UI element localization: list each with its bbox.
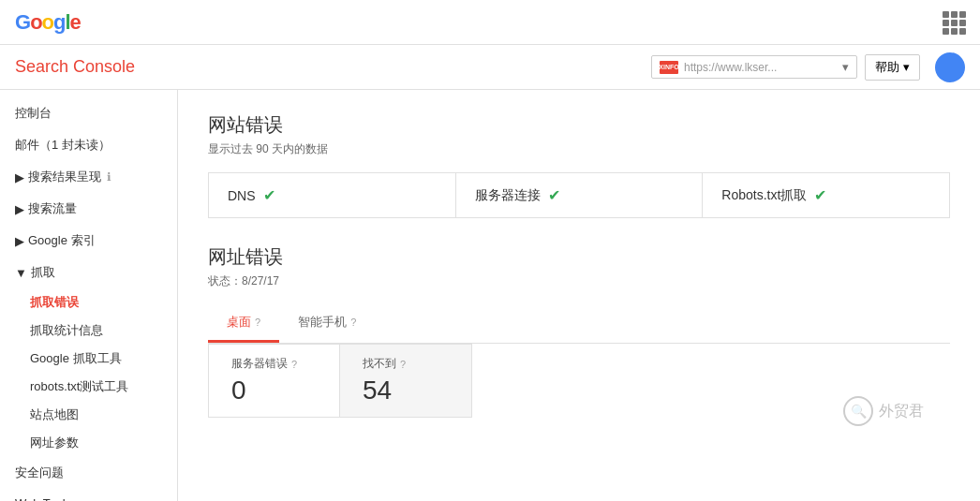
watermark-text: 外贸君 <box>879 402 924 421</box>
sidebar-item-label: 抓取错误 <box>30 294 79 311</box>
site-errors-title: 网站错误 <box>208 112 950 138</box>
help-label: 帮助 <box>875 59 899 76</box>
server-error-label: 服务器错误 ? <box>231 356 317 372</box>
server-check-icon: ✔ <box>548 186 560 204</box>
info-icon: ℹ <box>107 170 111 184</box>
sidebar-item-fetch-as-google[interactable]: Google 抓取工具 <box>15 345 177 373</box>
help-dropdown-arrow: ▾ <box>903 60 910 74</box>
dns-card: DNS ✔ <box>209 173 456 217</box>
watermark: 🔍 外贸君 <box>843 396 924 426</box>
sidebar-item-label: 抓取 <box>31 264 55 281</box>
site-selector[interactable]: XINFO https://www.lkser... ▾ <box>651 55 857 79</box>
sidebar-item-dashboard[interactable]: 控制台 <box>0 97 177 129</box>
sidebar-item-label: 安全问题 <box>15 464 64 481</box>
robots-label: Robots.txt抓取 <box>721 187 807 204</box>
arrow-icon: ▼ <box>15 266 27 280</box>
server-connection-label: 服务器连接 <box>475 187 541 204</box>
not-found-help-icon[interactable]: ? <box>400 359 406 370</box>
sc-header: Search Console XINFO https://www.lkser..… <box>0 45 980 90</box>
arrow-icon: ▶ <box>15 202 24 216</box>
server-connection-card: 服务器连接 ✔ <box>456 173 704 217</box>
apps-icon[interactable] <box>943 11 965 34</box>
robots-card: Robots.txt抓取 ✔ <box>703 173 949 217</box>
sidebar-item-mail[interactable]: 邮件（1 封未读） <box>0 129 177 161</box>
not-found-value: 54 <box>363 376 449 405</box>
google-logo: Google <box>15 10 81 35</box>
watermark-icon: 🔍 <box>843 396 873 426</box>
sidebar-item-url-params[interactable]: 网址参数 <box>15 429 177 457</box>
error-metrics: 服务器错误 ? 0 找不到 ? 54 <box>208 344 472 418</box>
server-error-value: 0 <box>231 376 317 405</box>
sidebar-item-label: 搜索结果呈现 <box>28 169 101 185</box>
device-tabs: 桌面 ? 智能手机 ? <box>208 304 950 344</box>
sidebar-item-sitemap[interactable]: 站点地图 <box>15 401 177 429</box>
site-errors-cards: DNS ✔ 服务器连接 ✔ Robots.txt抓取 ✔ <box>208 172 950 218</box>
sidebar-item-crawl[interactable]: ▼ 抓取 <box>0 257 177 288</box>
sidebar-item-search-traffic[interactable]: ▶ 搜索流量 <box>0 193 177 225</box>
not-found-label: 找不到 ? <box>363 356 449 372</box>
sidebar: 控制台 邮件（1 封未读） ▶ 搜索结果呈现 ℹ ▶ 搜索流量 ▶ Google… <box>0 90 178 501</box>
main-layout: 控制台 邮件（1 封未读） ▶ 搜索结果呈现 ℹ ▶ 搜索流量 ▶ Google… <box>0 90 980 501</box>
sidebar-item-search-appearance[interactable]: ▶ 搜索结果呈现 ℹ <box>0 161 177 193</box>
arrow-icon: ▶ <box>15 234 24 248</box>
sidebar-item-label: 搜索流量 <box>28 200 77 217</box>
desktop-help-icon[interactable]: ? <box>255 317 260 328</box>
help-button[interactable]: 帮助 ▾ <box>865 54 920 81</box>
user-avatar[interactable] <box>935 52 965 82</box>
site-icon: XINFO <box>660 61 678 74</box>
sidebar-crawl-sub: 抓取错误 抓取统计信息 Google 抓取工具 robots.txt测试工具 站… <box>0 288 177 457</box>
top-bar: Google <box>0 0 980 45</box>
sidebar-item-label: 控制台 <box>15 105 52 122</box>
sidebar-item-crawl-stats[interactable]: 抓取统计信息 <box>15 317 177 345</box>
dns-label: DNS <box>228 188 256 203</box>
sc-header-controls: XINFO https://www.lkser... ▾ 帮助 ▾ <box>651 52 965 82</box>
site-errors-subtitle: 显示过去 90 天内的数据 <box>208 141 950 157</box>
url-errors-title: 网址错误 <box>208 244 950 270</box>
url-errors-status: 状态：8/27/17 <box>208 273 950 289</box>
sidebar-item-label: 站点地图 <box>30 406 79 423</box>
sc-header-title: Search Console <box>15 57 135 77</box>
main-content: 网站错误 显示过去 90 天内的数据 DNS ✔ 服务器连接 ✔ Robots.… <box>178 90 980 501</box>
tab-desktop[interactable]: 桌面 ? <box>208 304 279 343</box>
robots-check-icon: ✔ <box>814 186 826 204</box>
dns-check-icon: ✔ <box>263 186 275 204</box>
mobile-help-icon[interactable]: ? <box>350 317 356 328</box>
tab-desktop-label: 桌面 <box>227 314 251 331</box>
sidebar-item-web-tools[interactable]: Web Tools <box>0 489 177 501</box>
arrow-icon: ▶ <box>15 170 24 184</box>
sidebar-item-label: Google 索引 <box>28 232 96 249</box>
site-dropdown-arrow: ▾ <box>842 60 849 74</box>
sidebar-item-robots-test[interactable]: robots.txt测试工具 <box>15 373 177 401</box>
tab-mobile-label: 智能手机 <box>298 314 347 331</box>
server-error-help-icon[interactable]: ? <box>291 359 297 370</box>
sidebar-item-label: 抓取统计信息 <box>30 322 103 339</box>
sidebar-item-label: Web Tools <box>15 496 71 501</box>
not-found-metric: 找不到 ? 54 <box>340 345 471 417</box>
server-error-metric: 服务器错误 ? 0 <box>209 345 340 417</box>
tab-mobile[interactable]: 智能手机 ? <box>279 304 375 343</box>
sidebar-item-google-index[interactable]: ▶ Google 索引 <box>0 225 177 257</box>
sidebar-item-label: 邮件（1 封未读） <box>15 137 111 154</box>
sidebar-item-label: Google 抓取工具 <box>30 350 122 367</box>
sidebar-item-label: robots.txt测试工具 <box>30 378 128 395</box>
site-url: https://www.lkser... <box>684 61 839 74</box>
sidebar-item-security[interactable]: 安全问题 <box>0 457 177 489</box>
sidebar-item-label: 网址参数 <box>30 435 79 451</box>
sidebar-item-crawl-errors[interactable]: 抓取错误 <box>15 288 177 317</box>
